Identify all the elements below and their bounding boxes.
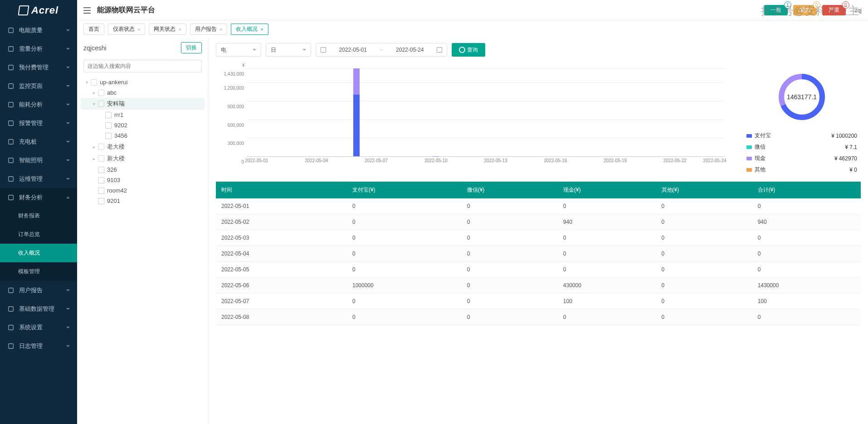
- tree-node-label: 326: [107, 166, 117, 173]
- donut-chart: 1463177.1: [777, 72, 827, 122]
- x-tick: 2022-05-04: [305, 158, 328, 163]
- nav-item[interactable]: 能耗分析: [0, 95, 77, 114]
- svg-rect-4: [9, 102, 14, 107]
- table-row: 2022-05-0100000: [216, 198, 861, 214]
- sidebar: Acrel 电能质量需量分析预付费管理监控页面能耗分析报警管理充电桩智能照明运维…: [0, 0, 77, 424]
- table-cell: 0: [752, 230, 861, 246]
- tree-node-label: 9201: [107, 198, 120, 204]
- nav-subitem[interactable]: 模板管理: [0, 262, 77, 281]
- table-cell: 2022-05-07: [216, 294, 347, 309]
- tree-node[interactable]: 9201: [81, 196, 205, 206]
- legend-row: 支付宝¥ 1000200: [743, 130, 861, 141]
- alert-badge[interactable]: 严重0: [822, 5, 846, 15]
- log-icon: [7, 342, 15, 350]
- nav-item[interactable]: 用户报告: [0, 281, 77, 299]
- tree-node[interactable]: 9103: [81, 175, 205, 185]
- tree-search-input[interactable]: [83, 60, 202, 72]
- legend-row: 现金¥ 462970: [743, 153, 861, 164]
- close-icon[interactable]: ×: [260, 27, 263, 32]
- chevron-down-icon: [66, 67, 70, 68]
- nav-item[interactable]: 智能照明: [0, 151, 77, 169]
- nav-label: 基础数据管理: [19, 305, 66, 313]
- nav-label: 系统设置: [19, 323, 66, 332]
- nav-item[interactable]: 预付费管理: [0, 58, 77, 77]
- chevron-down-icon: [66, 308, 70, 310]
- alert-badge[interactable]: 紧急0: [793, 5, 817, 15]
- table-cell: 1430000: [752, 278, 861, 294]
- tree-node[interactable]: ▸abc: [81, 87, 205, 98]
- main-area: 能源物联网云平台 一般1紧急0严重0 zqj 搜狐号@安科瑞王主 首页仪表状态×…: [77, 0, 868, 424]
- tree-toggle-icon[interactable]: ▸: [92, 145, 96, 149]
- calendar-icon: [437, 47, 442, 53]
- doc-icon: [7, 287, 15, 294]
- chevron-down-icon: [66, 141, 70, 143]
- tree-node-label: 9202: [114, 122, 127, 129]
- alert-badge[interactable]: 一般1: [764, 5, 788, 15]
- badge-label: 严重: [829, 7, 839, 13]
- tree-node[interactable]: ▸老大楼: [81, 141, 205, 153]
- query-button[interactable]: 查询: [452, 43, 485, 57]
- table-cell: 2022-05-01: [216, 198, 347, 214]
- legend-swatch: [746, 134, 752, 138]
- table-cell: 0: [656, 294, 752, 309]
- doc-icon: [98, 177, 104, 183]
- tree-toggle-icon[interactable]: ▸: [92, 90, 96, 95]
- metric-select[interactable]: 电: [216, 43, 261, 57]
- legend-row: 微信¥ 7.1: [743, 141, 861, 153]
- tree-node[interactable]: rrr1: [81, 110, 205, 120]
- tree-node[interactable]: 326: [81, 164, 205, 175]
- table-header: 合计(¥): [752, 182, 861, 198]
- tab[interactable]: 首页: [83, 24, 104, 35]
- nav-item[interactable]: 充电桩: [0, 132, 77, 151]
- granularity-select[interactable]: 日: [266, 43, 311, 57]
- tree-node[interactable]: 3456: [81, 130, 205, 141]
- nav-item[interactable]: 运维管理: [0, 169, 77, 188]
- nav-item[interactable]: 监控页面: [0, 77, 77, 95]
- tab[interactable]: 仪表状态×: [108, 24, 145, 35]
- nav-item[interactable]: 系统设置: [0, 318, 77, 337]
- nav-item[interactable]: 基础数据管理: [0, 299, 77, 318]
- nav-subitem[interactable]: 收入概况: [0, 244, 77, 262]
- tree-node-label: room42: [107, 187, 127, 194]
- tree-toggle-icon[interactable]: ▾: [92, 101, 96, 106]
- chart-plot: 0300,000600,000900,0001,200,0001,430,000: [247, 68, 725, 156]
- wave-icon: [7, 175, 15, 183]
- tree-node[interactable]: ▸新大楼: [81, 153, 205, 164]
- legend-row: 其他¥ 0: [743, 164, 861, 175]
- filter-row: 电 日 2022-05-01 ~ 2022-05-24 查询: [216, 43, 861, 57]
- tree-node[interactable]: ▾up-ankerui: [81, 77, 205, 87]
- date-range-picker[interactable]: 2022-05-01 ~ 2022-05-24: [316, 43, 447, 57]
- tree-title: zqjceshi: [83, 44, 107, 52]
- svg-rect-7: [9, 158, 14, 163]
- nav-subitem[interactable]: 财务报表: [0, 207, 77, 225]
- nav-item[interactable]: 报警管理: [0, 114, 77, 132]
- table-header: 微信(¥): [462, 182, 558, 198]
- tree-node[interactable]: 9202: [81, 120, 205, 130]
- alert-badges: 一般1紧急0严重0: [764, 5, 846, 15]
- nav-item[interactable]: 需量分析: [0, 39, 77, 58]
- tab[interactable]: 用户报告×: [190, 24, 227, 35]
- tree-toggle-icon[interactable]: ▸: [92, 156, 96, 161]
- table-cell: 0: [347, 214, 462, 230]
- close-icon[interactable]: ×: [219, 27, 222, 32]
- nav-item[interactable]: 电能质量: [0, 21, 77, 39]
- switch-button[interactable]: 切换: [181, 42, 202, 53]
- table-cell: 2022-05-08: [216, 309, 347, 325]
- nav-item[interactable]: 日志管理: [0, 337, 77, 355]
- table-cell: 0: [462, 246, 558, 262]
- tree-toggle-icon[interactable]: ▾: [84, 80, 89, 85]
- close-icon[interactable]: ×: [178, 27, 181, 32]
- user-name[interactable]: zqj: [855, 7, 862, 14]
- tab[interactable]: 网关状态×: [149, 24, 186, 35]
- date-to: 2022-05-24: [396, 47, 424, 53]
- nav-item[interactable]: 财务分析: [0, 188, 77, 207]
- gear-icon: [7, 324, 15, 331]
- tab[interactable]: 收入概况×: [231, 24, 268, 35]
- badge-count: 0: [813, 1, 820, 9]
- tree-node[interactable]: ▾安科瑞: [81, 98, 205, 110]
- close-icon[interactable]: ×: [137, 27, 140, 32]
- menu-toggle-icon[interactable]: [83, 7, 91, 14]
- tree-node-label: 老大楼: [107, 143, 125, 151]
- nav-subitem[interactable]: 订单总览: [0, 225, 77, 244]
- tree-node[interactable]: room42: [81, 185, 205, 196]
